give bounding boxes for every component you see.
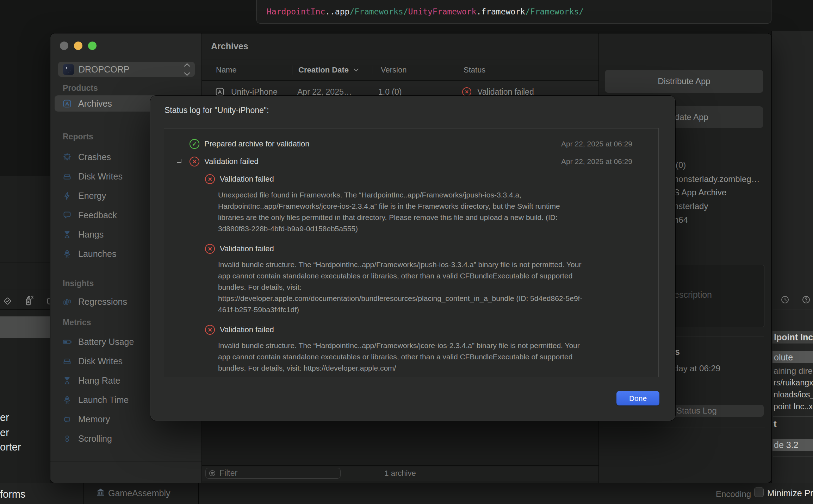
column-header-version[interactable]: Version [381,59,407,80]
sidebar-item-label: Scrolling [78,434,112,444]
details-heading-fragment: s [675,347,680,357]
log-message: Invalid bundle structure. The “Hardpoint… [218,340,584,374]
column-header-name[interactable]: Name [216,59,237,80]
log-entry[interactable]: ×Validation failedApr 22, 2025 at 06:29 [164,153,658,170]
window-minimize-button[interactable] [74,42,82,50]
sidebar-item-label: Hang Rate [78,376,120,386]
detail-fragment: nsterlady [674,201,708,211]
window-pane-icon[interactable] [44,297,50,306]
app-icon [63,64,74,75]
bolt-icon [62,191,72,201]
column-divider [456,65,456,75]
code-path-segment: /Frameworks/ [349,7,408,16]
sidebar-item-label: Energy [78,191,106,201]
divider [773,416,813,417]
code-path-segment: .framework [476,7,525,16]
error-icon: × [205,244,215,254]
log-entry: ×Validation failed [164,321,658,339]
divider [603,428,765,428]
column-divider [292,65,292,75]
project-name: DROPCORP [79,64,185,75]
log-message: Unexpected file found in Frameworks. The… [218,189,584,234]
inspector-fragment: rs/ruikangx [774,378,813,388]
memory-icon [62,415,72,424]
sidebar-item-label: Crashes [78,152,111,162]
inspector-fragment: nloads/ios_ [774,390,813,399]
page-title: Archives [202,33,598,59]
log-entry-label: Validation failed [220,175,274,184]
error-icon: × [190,157,199,166]
divider [773,456,813,457]
log-entry: ×Validation failed [164,170,658,188]
background-text-fragment: orter [0,441,21,453]
history-clock-icon[interactable] [780,295,790,304]
minimize-label: Minimize Proj [767,488,813,498]
scroll-icon [62,434,72,443]
rocket-icon [62,249,72,259]
help-icon[interactable] [801,295,811,304]
background-bottom-strip: forms GameAssembly Encoding Minimize Pro… [0,483,813,504]
diamond-check-icon[interactable] [3,296,12,306]
log-entry-label: Validation failed [204,157,259,166]
sidebar-item-scrolling[interactable]: Scrolling [55,429,198,448]
log-entry-label: Validation failed [220,325,274,334]
inspector-fragment: de 3.2 [772,439,813,451]
divider [50,461,201,461]
done-button[interactable]: Done [616,391,659,405]
filter-input[interactable]: Filter [205,468,341,479]
inspector-fragment: t [774,418,777,429]
divider [773,309,813,309]
chevron-down-icon[interactable] [177,159,181,163]
background-right-panel: lpoint Inc.oluteaining direcrs/ruikangxn… [771,31,813,483]
code-path-segment: /Frameworks/ [525,7,584,16]
sidebar-item-label: Disk Writes [78,171,123,182]
appstore-icon [62,99,72,108]
sidebar-item-label: Launches [78,249,116,259]
game-assembly-label[interactable]: GameAssembly [108,488,170,498]
divider [0,290,50,290]
dialog-title: Status log for "Unity-iPhone": [165,106,269,115]
hourglass-icon [62,230,72,239]
rocket-icon [62,395,72,405]
column-header-creation-date[interactable]: Creation Date [298,59,358,80]
status-log-box: ✓Prepared archive for validationApr 22, … [164,128,659,377]
app-icon [215,87,225,97]
hourglass-icon [62,376,72,385]
minimize-checkbox[interactable] [754,487,764,497]
disk-icon [62,357,72,366]
sidebar-item-label: Battery Usage [78,337,134,347]
battery-icon [62,337,72,347]
burst-icon [62,152,72,162]
error-icon: × [205,325,215,335]
sidebar-item-label: Hangs [78,229,104,240]
status-log-dialog: Status log for "Unity-iPhone": ✓Prepared… [150,96,675,421]
log-entry[interactable]: ✓Prepared archive for validationApr 22, … [164,135,658,153]
divider [0,263,50,263]
log-entry: ×Validation failed [164,240,658,258]
updown-chevron-icon [185,64,189,75]
log-message: Invalid bundle structure. The “Hardpoint… [218,259,584,315]
error-icon: × [462,87,471,96]
sort-chevron-icon [354,67,359,71]
sidebar-item-label: Regressions [78,297,127,307]
code-path-segment: ..app [325,7,349,16]
divider [198,483,199,504]
log-timestamp: Apr 22, 2025 at 06:29 [561,140,658,148]
bug-spray-icon[interactable] [22,294,35,307]
column-header-status[interactable]: Status [464,59,485,80]
window-close-button[interactable] [60,42,68,50]
sidebar-item-label: Archives [78,99,112,109]
inspector-fragment: aining direc [774,366,813,376]
detail-fragment: nonsterlady.zombieg… [674,174,760,184]
sidebar-item-label: Disk Writes [78,356,123,366]
distribute-app-button[interactable]: Distribute App [605,70,763,93]
selected-row-band [0,316,50,338]
background-left-panel: ererorter [0,176,50,483]
detail-fragment: S App Archive [674,188,726,197]
window-zoom-button[interactable] [88,42,97,50]
modified-date-fragment: day at 06:29 [674,364,720,373]
sidebar-section-label: Products [63,83,198,93]
project-picker[interactable]: DROPCORP [58,62,195,77]
detail-fragment: h64 [674,215,688,225]
encoding-label: Encoding [716,489,751,499]
